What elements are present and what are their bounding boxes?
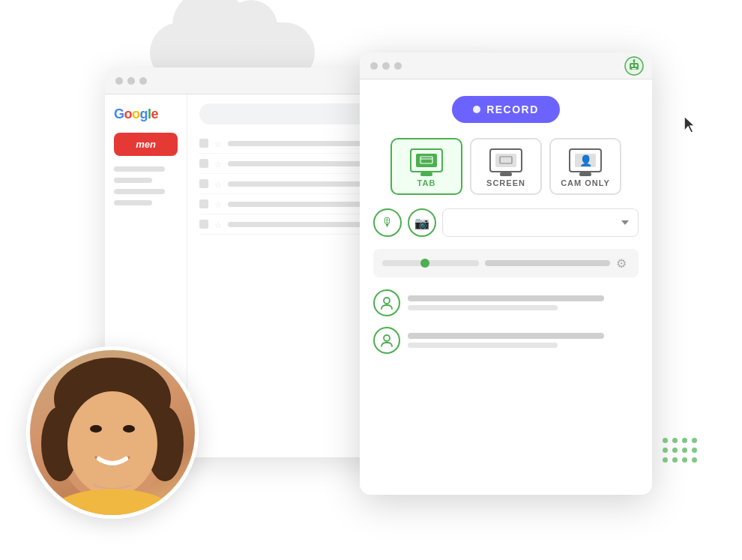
compose-button[interactable]: men	[114, 133, 178, 156]
dec-dot-10	[672, 457, 678, 463]
svg-marker-20	[684, 116, 695, 133]
screen-mode-label: SCREEN	[486, 178, 525, 187]
portrait-photo	[26, 346, 199, 519]
user-avatar-2	[373, 327, 400, 354]
dec-dot-3	[682, 438, 687, 443]
email-star: ☆	[214, 200, 222, 208]
av-controls-row: 🎙 📷	[373, 208, 639, 237]
sidebar-nav-line-1	[114, 166, 165, 172]
svg-rect-9	[500, 157, 512, 163]
dec-dot-6	[672, 448, 678, 453]
user-avatar-1	[373, 289, 400, 316]
window-dot-2	[127, 77, 135, 85]
cam-monitor-icon: 👤	[569, 148, 602, 172]
dec-dot-12	[692, 457, 697, 463]
email-checkbox	[199, 139, 208, 148]
email-star: ☆	[214, 180, 222, 187]
dec-dot-2	[672, 438, 678, 443]
svg-rect-2	[631, 64, 633, 67]
dec-dot-9	[663, 457, 668, 463]
record-label: RECORD	[486, 103, 539, 115]
email-star: ☆	[214, 220, 222, 228]
screen-screen	[495, 154, 516, 167]
user-info-2	[408, 333, 639, 348]
svg-rect-7	[420, 157, 432, 163]
email-star: ☆	[214, 160, 222, 167]
email-checkbox	[199, 199, 208, 208]
email-checkbox	[199, 159, 208, 168]
user-name-line-1	[408, 295, 604, 301]
tab-screen	[416, 154, 437, 167]
svg-point-10	[384, 298, 390, 304]
window-dot-fg-3	[394, 62, 402, 70]
mode-screen-button[interactable]: SCREEN	[470, 138, 542, 195]
mic-icon: 🎙	[381, 216, 393, 229]
screen-icon-svg	[499, 156, 513, 165]
progress-indicator	[420, 259, 429, 268]
mode-tab-button[interactable]: TAB	[390, 138, 462, 195]
cam-button[interactable]: 📷	[408, 208, 436, 237]
cam-person-icon: 👤	[579, 154, 592, 166]
window-dot-fg-1	[370, 62, 378, 70]
svg-point-17	[90, 425, 102, 433]
svg-point-6	[633, 59, 636, 61]
mouse-cursor	[684, 116, 699, 138]
window-dot-fg-2	[382, 62, 390, 70]
user-info-1	[408, 295, 639, 310]
mode-cam-button[interactable]: 👤 CAM ONLY	[549, 138, 621, 195]
dec-dot-7	[682, 448, 687, 453]
fg-browser-titlebar	[360, 52, 652, 79]
dec-dot-8	[692, 448, 697, 453]
window-dot-3	[139, 77, 147, 85]
svg-point-16	[67, 391, 157, 496]
record-dot	[473, 106, 480, 113]
dec-dot-1	[663, 438, 668, 443]
robot-icon	[624, 55, 645, 79]
tab-icon-svg	[420, 156, 433, 165]
user-name-line-2	[408, 333, 604, 339]
camera-select-dropdown[interactable]	[442, 208, 639, 237]
email-checkbox	[199, 220, 208, 229]
email-checkbox	[199, 179, 208, 188]
cursor-svg	[684, 116, 699, 134]
tab-monitor-icon	[410, 148, 443, 172]
screen-monitor-icon	[489, 148, 522, 172]
user-row-1	[373, 289, 639, 316]
email-star: ☆	[214, 139, 222, 147]
cam-icon: 📷	[414, 216, 429, 230]
window-dot-1	[115, 77, 123, 85]
record-button[interactable]: RECORD	[452, 96, 560, 123]
dec-dot-11	[682, 457, 687, 463]
portrait-image	[30, 350, 195, 515]
gear-icon[interactable]: ⚙	[616, 256, 630, 270]
svg-rect-4	[632, 68, 636, 70]
sidebar-nav-line-4	[114, 200, 152, 205]
dec-dot-4	[692, 438, 697, 443]
sidebar-nav-line-2	[114, 178, 152, 183]
progress-bar	[382, 260, 479, 266]
user-avatar-svg-1	[379, 295, 394, 310]
cam-mode-label: CAM ONLY	[561, 178, 610, 187]
robot-svg	[624, 55, 645, 76]
dec-dot-5	[663, 448, 668, 453]
record-button-wrap: RECORD	[373, 96, 639, 123]
portrait-svg	[30, 346, 195, 519]
progress-row: ⚙	[373, 249, 639, 277]
user-row-2	[373, 327, 639, 354]
user-detail-line-1	[408, 305, 558, 310]
scene: Google men ☆ ☆	[0, 0, 742, 560]
svg-point-11	[384, 335, 390, 341]
google-logo: Google	[114, 106, 178, 122]
mode-buttons-row: TAB SCREEN	[373, 138, 639, 195]
mic-button[interactable]: 🎙	[373, 208, 402, 237]
user-avatar-svg-2	[379, 333, 394, 348]
svg-point-19	[45, 489, 180, 519]
svg-point-18	[123, 425, 135, 433]
extension-popup-browser: RECORD TAB	[360, 52, 652, 495]
popup-body: RECORD TAB	[360, 79, 652, 366]
progress-bar-2	[485, 260, 610, 266]
chevron-down-icon	[621, 220, 629, 225]
sidebar-nav-line-3	[114, 189, 165, 194]
tab-mode-label: TAB	[417, 178, 436, 187]
user-detail-line-2	[408, 343, 558, 348]
